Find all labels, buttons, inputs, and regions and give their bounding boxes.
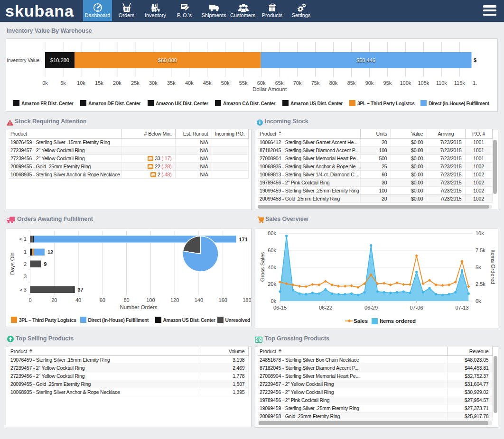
svg-text:Inventory Value: Inventory Value [7,58,39,63]
svg-text:160: 160 [219,297,227,303]
svg-text:5k: 5k [60,80,66,86]
svg-text:65k: 65k [275,80,284,86]
svg-text:0k: 0k [476,298,481,304]
svg-text:45k: 45k [203,80,212,86]
svg-text:60k: 60k [257,80,266,86]
svg-text:105k: 105k [418,80,429,86]
svg-text:60: 60 [100,297,105,303]
svg-text:0k: 0k [271,298,276,304]
svg-text:10k: 10k [476,230,484,236]
svg-text:55k: 55k [239,80,248,86]
svg-text:80k: 80k [268,230,276,236]
svg-text:1: 1 [24,249,27,255]
svg-text:15k: 15k [95,80,103,86]
svg-text:75k: 75k [311,80,320,86]
svg-text:85k: 85k [347,80,356,86]
svg-text:Items ordered: Items ordered [380,318,416,324]
svg-text:60k: 60k [268,247,276,253]
svg-text:100k: 100k [400,80,411,86]
svg-text:120: 120 [170,297,179,303]
svg-text:Dollar Amount: Dollar Amount [252,86,287,92]
svg-text:1.: 1. [473,80,477,86]
svg-text:Gross Sales: Gross Sales [260,252,265,282]
svg-text:12: 12 [47,249,53,255]
svg-text:25k: 25k [131,80,140,86]
svg-text:0: 0 [28,297,31,303]
svg-text:20: 20 [51,297,57,303]
svg-text:171: 171 [239,237,248,242]
svg-text:90k: 90k [365,80,374,86]
svg-text:5k: 5k [476,265,481,270]
svg-text:< 1: < 1 [19,236,27,242]
svg-text:06-29: 06-29 [364,305,378,311]
svg-text:37: 37 [77,287,83,293]
svg-text:07-13: 07-13 [455,305,468,311]
svg-text:35k: 35k [167,80,176,86]
svg-text:110k: 110k [436,80,448,86]
svg-text:20k: 20k [268,281,276,287]
svg-text:2.5k: 2.5k [476,281,485,287]
svg-text:80: 80 [123,297,129,303]
svg-text:20k: 20k [113,80,121,86]
svg-text:06-15: 06-15 [273,305,287,311]
svg-text:> 3: > 3 [19,287,27,293]
svg-text:Items Ordered: Items Ordered [490,249,496,284]
svg-text:40k: 40k [268,265,276,270]
svg-text:Number Orders: Number Orders [120,304,157,310]
svg-text:Days Old: Days Old [9,252,15,274]
svg-text:2: 2 [24,261,27,267]
svg-text:95k: 95k [383,80,392,86]
svg-text:07-06: 07-06 [410,305,423,311]
svg-text:100: 100 [146,297,155,303]
svg-text:$58,446: $58,446 [356,57,375,63]
svg-text:30k: 30k [149,80,158,86]
svg-text:06-22: 06-22 [319,305,332,311]
svg-text:9: 9 [44,261,47,267]
svg-text:180: 180 [243,297,251,303]
svg-text:0k: 0k [42,80,48,86]
svg-text:70k: 70k [293,80,302,86]
svg-text:40: 40 [75,297,81,303]
svg-text:3: 3 [24,274,27,279]
svg-text:40k: 40k [185,80,194,86]
svg-text:$: $ [474,57,476,63]
svg-text:$60,000: $60,000 [158,57,177,63]
svg-text:$10,280: $10,280 [50,57,69,63]
svg-text:80k: 80k [329,80,338,86]
svg-text:115k: 115k [454,80,466,86]
svg-text:7.5k: 7.5k [476,247,485,253]
svg-text:140: 140 [195,297,203,303]
svg-text:Sales: Sales [354,318,368,324]
svg-text:10k: 10k [77,80,85,86]
svg-text:50k: 50k [221,80,230,86]
